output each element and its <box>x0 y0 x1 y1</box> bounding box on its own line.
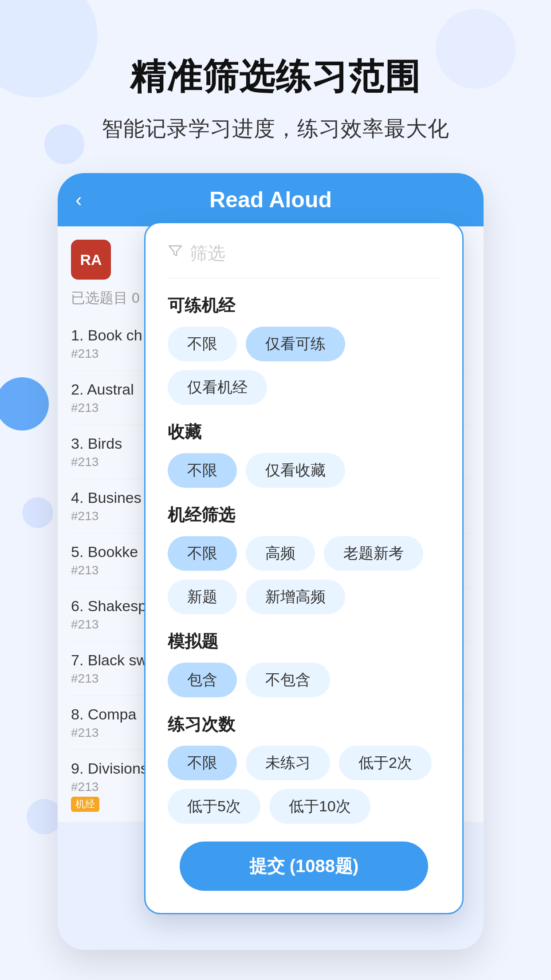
filter-options-favorite: 不限 仅看收藏 <box>168 453 440 488</box>
app-title: Read Aloud <box>209 187 332 213</box>
filter-section-jijing: 可练机经 不限 仅看可练 仅看机经 <box>168 294 440 405</box>
filter-options-mock: 包含 不包含 <box>168 663 440 697</box>
filter-btn-include[interactable]: 包含 <box>168 663 237 697</box>
filter-btn-lt10[interactable]: 低于10次 <box>269 789 370 824</box>
ra-badge: RA <box>71 240 111 280</box>
filter-btn-unlimit-favorite[interactable]: 不限 <box>168 453 237 488</box>
page-header: 精准筛选练习范围 智能记录学习进度，练习效率最大化 <box>0 53 551 143</box>
filter-title: 筛选 <box>190 241 225 265</box>
bg-circle-left-mid <box>0 377 49 431</box>
submit-button[interactable]: 提交 (1088题) <box>180 842 428 891</box>
filter-section-label-favorite: 收藏 <box>168 421 440 443</box>
filter-btn-unlimit-jijing[interactable]: 不限 <box>168 327 237 361</box>
bg-circle-left-small <box>22 497 53 528</box>
filter-section-jijing-filter: 机经筛选 不限 高频 老题新考 新题 新增高频 <box>168 504 440 614</box>
phone-mock: ‹ Read Aloud RA 已选题目 0 1. Book ch #213 2… <box>58 173 484 950</box>
filter-btn-unlimit-jijing-filter[interactable]: 不限 <box>168 536 237 571</box>
filter-btn-exclude[interactable]: 不包含 <box>246 663 330 697</box>
filter-btn-new-high-freq[interactable]: 新增高频 <box>246 580 345 614</box>
page-title: 精准筛选练习范围 <box>0 53 551 101</box>
filter-section-label-mock: 模拟题 <box>168 630 440 653</box>
filter-options-practice-count: 不限 未练习 低于2次 低于5次 低于10次 <box>168 746 440 824</box>
page-subtitle: 智能记录学习进度，练习效率最大化 <box>0 115 551 143</box>
filter-btn-unlimit-count[interactable]: 不限 <box>168 746 237 780</box>
filter-btn-high-freq[interactable]: 高频 <box>246 536 315 571</box>
filter-section-label-practice-count: 练习次数 <box>168 713 440 736</box>
filter-header: 筛选 <box>168 241 440 278</box>
filter-icon <box>168 244 183 263</box>
filter-btn-only-practice[interactable]: 仅看可练 <box>246 327 345 361</box>
filter-btn-new[interactable]: 新题 <box>168 580 237 614</box>
filter-btn-lt2[interactable]: 低于2次 <box>339 746 432 780</box>
submit-btn-area: 提交 (1088题) <box>168 842 440 891</box>
filter-section-mock: 模拟题 包含 不包含 <box>168 630 440 697</box>
filter-section-practice-count: 练习次数 不限 未练习 低于2次 低于5次 低于10次 <box>168 713 440 824</box>
filter-section-label-jijing: 可练机经 <box>168 294 440 317</box>
jijing-tag: 机经 <box>71 797 99 812</box>
filter-btn-old-new[interactable]: 老题新考 <box>324 536 423 571</box>
filter-section-label-jijing-filter: 机经筛选 <box>168 504 440 526</box>
filter-btn-never[interactable]: 未练习 <box>246 746 330 780</box>
filter-btn-lt5[interactable]: 低于5次 <box>168 789 260 824</box>
filter-modal: 筛选 可练机经 不限 仅看可练 仅看机经 收藏 不限 仅看收藏 机经筛选 不限 … <box>144 222 464 914</box>
filter-section-favorite: 收藏 不限 仅看收藏 <box>168 421 440 488</box>
back-button[interactable]: ‹ <box>75 189 82 211</box>
filter-btn-only-jijing[interactable]: 仅看机经 <box>168 370 267 405</box>
bg-circle-left-bottom <box>27 799 62 834</box>
filter-btn-only-fav[interactable]: 仅看收藏 <box>246 453 345 488</box>
app-header: ‹ Read Aloud <box>58 173 484 226</box>
filter-options-jijing: 不限 仅看可练 仅看机经 <box>168 327 440 405</box>
filter-options-jijing-filter: 不限 高频 老题新考 新题 新增高频 <box>168 536 440 614</box>
